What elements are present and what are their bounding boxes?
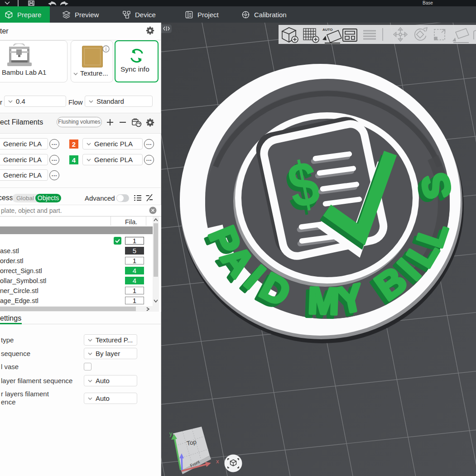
svg-text:y: y xyxy=(169,430,173,437)
svg-text:Base: Base xyxy=(423,0,433,5)
svg-text:x: x xyxy=(216,458,219,465)
svg-text:i: i xyxy=(106,46,106,52)
svg-text:AUTO: AUTO xyxy=(322,28,333,32)
